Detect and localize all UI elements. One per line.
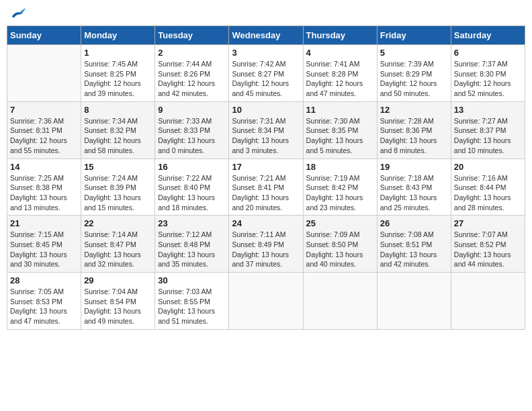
weekday-header-saturday: Saturday xyxy=(451,26,525,45)
calendar-cell: 19Sunrise: 7:18 AM Sunset: 8:43 PM Dayli… xyxy=(377,158,451,216)
calendar-cell: 10Sunrise: 7:31 AM Sunset: 8:34 PM Dayli… xyxy=(229,101,303,158)
day-info: Sunrise: 7:45 AM Sunset: 8:25 PM Dayligh… xyxy=(84,59,152,99)
calendar-cell: 2Sunrise: 7:44 AM Sunset: 8:26 PM Daylig… xyxy=(155,45,229,102)
day-number: 18 xyxy=(306,162,374,172)
calendar-cell: 22Sunrise: 7:14 AM Sunset: 8:47 PM Dayli… xyxy=(81,216,155,273)
day-number: 19 xyxy=(380,162,448,172)
day-number: 14 xyxy=(10,162,78,172)
weekday-header-friday: Friday xyxy=(377,26,451,45)
day-info: Sunrise: 7:28 AM Sunset: 8:36 PM Dayligh… xyxy=(380,116,448,156)
day-info: Sunrise: 7:14 AM Sunset: 8:47 PM Dayligh… xyxy=(84,230,152,269)
day-number: 13 xyxy=(454,105,522,115)
day-info: Sunrise: 7:39 AM Sunset: 8:29 PM Dayligh… xyxy=(380,59,448,99)
weekday-header-row: SundayMondayTuesdayWednesdayThursdayFrid… xyxy=(7,26,525,45)
calendar-cell: 21Sunrise: 7:15 AM Sunset: 8:45 PM Dayli… xyxy=(7,216,81,273)
day-info: Sunrise: 7:36 AM Sunset: 8:31 PM Dayligh… xyxy=(10,116,78,156)
day-number: 5 xyxy=(380,48,448,58)
day-info: Sunrise: 7:19 AM Sunset: 8:42 PM Dayligh… xyxy=(306,173,374,213)
logo xyxy=(9,7,27,20)
day-number: 7 xyxy=(10,105,78,115)
day-number: 6 xyxy=(454,48,522,58)
day-info: Sunrise: 7:42 AM Sunset: 8:27 PM Dayligh… xyxy=(232,59,300,99)
day-info: Sunrise: 7:27 AM Sunset: 8:37 PM Dayligh… xyxy=(454,116,522,156)
day-info: Sunrise: 7:09 AM Sunset: 8:50 PM Dayligh… xyxy=(306,230,374,269)
day-number: 27 xyxy=(454,218,522,228)
day-number: 23 xyxy=(158,218,226,228)
day-info: Sunrise: 7:22 AM Sunset: 8:40 PM Dayligh… xyxy=(158,173,226,213)
calendar-cell: 29Sunrise: 7:04 AM Sunset: 8:54 PM Dayli… xyxy=(81,273,155,330)
day-number: 30 xyxy=(158,275,226,285)
day-info: Sunrise: 7:11 AM Sunset: 8:49 PM Dayligh… xyxy=(232,230,300,269)
calendar-cell: 17Sunrise: 7:21 AM Sunset: 8:41 PM Dayli… xyxy=(229,158,303,216)
day-number: 21 xyxy=(10,218,78,228)
day-number: 10 xyxy=(232,105,300,115)
day-info: Sunrise: 7:33 AM Sunset: 8:33 PM Dayligh… xyxy=(158,116,226,156)
day-number: 2 xyxy=(158,48,226,58)
calendar-cell: 13Sunrise: 7:27 AM Sunset: 8:37 PM Dayli… xyxy=(451,101,525,158)
day-number: 1 xyxy=(84,48,152,58)
day-number: 24 xyxy=(232,218,300,228)
calendar-cell: 15Sunrise: 7:24 AM Sunset: 8:39 PM Dayli… xyxy=(81,158,155,216)
day-number: 11 xyxy=(306,105,374,115)
calendar-cell: 11Sunrise: 7:30 AM Sunset: 8:35 PM Dayli… xyxy=(303,101,377,158)
calendar-table: SundayMondayTuesdayWednesdayThursdayFrid… xyxy=(7,26,525,330)
day-number: 29 xyxy=(84,275,152,285)
day-info: Sunrise: 7:30 AM Sunset: 8:35 PM Dayligh… xyxy=(306,116,374,156)
calendar-week-row: 7Sunrise: 7:36 AM Sunset: 8:31 PM Daylig… xyxy=(7,101,525,158)
calendar-week-row: 14Sunrise: 7:25 AM Sunset: 8:38 PM Dayli… xyxy=(7,158,525,216)
day-info: Sunrise: 7:25 AM Sunset: 8:38 PM Dayligh… xyxy=(10,173,78,213)
day-number: 12 xyxy=(380,105,448,115)
calendar-cell xyxy=(377,273,451,330)
calendar-cell: 20Sunrise: 7:16 AM Sunset: 8:44 PM Dayli… xyxy=(451,158,525,216)
day-number: 9 xyxy=(158,105,226,115)
day-number: 3 xyxy=(232,48,300,58)
calendar-cell: 5Sunrise: 7:39 AM Sunset: 8:29 PM Daylig… xyxy=(377,45,451,102)
calendar-cell: 14Sunrise: 7:25 AM Sunset: 8:38 PM Dayli… xyxy=(7,158,81,216)
calendar-cell: 23Sunrise: 7:12 AM Sunset: 8:48 PM Dayli… xyxy=(155,216,229,273)
calendar-cell: 18Sunrise: 7:19 AM Sunset: 8:42 PM Dayli… xyxy=(303,158,377,216)
calendar-cell: 8Sunrise: 7:34 AM Sunset: 8:32 PM Daylig… xyxy=(81,101,155,158)
day-number: 28 xyxy=(10,275,78,285)
calendar-cell xyxy=(229,273,303,330)
day-number: 15 xyxy=(84,162,152,172)
calendar-cell: 1Sunrise: 7:45 AM Sunset: 8:25 PM Daylig… xyxy=(81,45,155,102)
calendar-week-row: 21Sunrise: 7:15 AM Sunset: 8:45 PM Dayli… xyxy=(7,216,525,273)
day-info: Sunrise: 7:41 AM Sunset: 8:28 PM Dayligh… xyxy=(306,59,374,99)
day-number: 4 xyxy=(306,48,374,58)
weekday-header-wednesday: Wednesday xyxy=(229,26,303,45)
calendar-cell: 27Sunrise: 7:07 AM Sunset: 8:52 PM Dayli… xyxy=(451,216,525,273)
day-info: Sunrise: 7:04 AM Sunset: 8:54 PM Dayligh… xyxy=(84,287,152,326)
day-number: 8 xyxy=(84,105,152,115)
calendar-cell: 6Sunrise: 7:37 AM Sunset: 8:30 PM Daylig… xyxy=(451,45,525,102)
day-number: 17 xyxy=(232,162,300,172)
calendar-cell: 4Sunrise: 7:41 AM Sunset: 8:28 PM Daylig… xyxy=(303,45,377,102)
day-info: Sunrise: 7:05 AM Sunset: 8:53 PM Dayligh… xyxy=(10,287,78,326)
calendar-cell: 24Sunrise: 7:11 AM Sunset: 8:49 PM Dayli… xyxy=(229,216,303,273)
day-info: Sunrise: 7:08 AM Sunset: 8:51 PM Dayligh… xyxy=(380,230,448,269)
day-info: Sunrise: 7:18 AM Sunset: 8:43 PM Dayligh… xyxy=(380,173,448,213)
calendar-cell: 3Sunrise: 7:42 AM Sunset: 8:27 PM Daylig… xyxy=(229,45,303,102)
day-info: Sunrise: 7:24 AM Sunset: 8:39 PM Dayligh… xyxy=(84,173,152,213)
calendar-cell: 28Sunrise: 7:05 AM Sunset: 8:53 PM Dayli… xyxy=(7,273,81,330)
calendar-cell: 9Sunrise: 7:33 AM Sunset: 8:33 PM Daylig… xyxy=(155,101,229,158)
day-info: Sunrise: 7:21 AM Sunset: 8:41 PM Dayligh… xyxy=(232,173,300,213)
calendar-cell: 12Sunrise: 7:28 AM Sunset: 8:36 PM Dayli… xyxy=(377,101,451,158)
day-number: 25 xyxy=(306,218,374,228)
weekday-header-thursday: Thursday xyxy=(303,26,377,45)
day-info: Sunrise: 7:37 AM Sunset: 8:30 PM Dayligh… xyxy=(454,59,522,99)
calendar-cell xyxy=(303,273,377,330)
weekday-header-sunday: Sunday xyxy=(7,26,81,45)
calendar-cell: 7Sunrise: 7:36 AM Sunset: 8:31 PM Daylig… xyxy=(7,101,81,158)
day-info: Sunrise: 7:07 AM Sunset: 8:52 PM Dayligh… xyxy=(454,230,522,269)
day-info: Sunrise: 7:16 AM Sunset: 8:44 PM Dayligh… xyxy=(454,173,522,213)
day-info: Sunrise: 7:15 AM Sunset: 8:45 PM Dayligh… xyxy=(10,230,78,269)
day-number: 20 xyxy=(454,162,522,172)
day-number: 16 xyxy=(158,162,226,172)
calendar-cell: 16Sunrise: 7:22 AM Sunset: 8:40 PM Dayli… xyxy=(155,158,229,216)
weekday-header-monday: Monday xyxy=(81,26,155,45)
logo-bird-icon xyxy=(11,7,27,20)
day-number: 22 xyxy=(84,218,152,228)
calendar-cell xyxy=(7,45,81,102)
day-info: Sunrise: 7:12 AM Sunset: 8:48 PM Dayligh… xyxy=(158,230,226,269)
calendar-cell: 25Sunrise: 7:09 AM Sunset: 8:50 PM Dayli… xyxy=(303,216,377,273)
